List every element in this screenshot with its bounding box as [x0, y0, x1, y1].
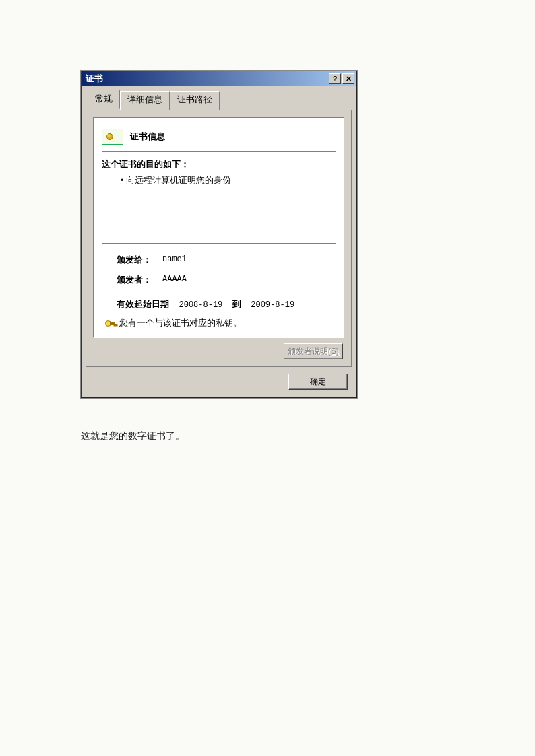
private-key-msg: 您有一个与该证书对应的私钥。 — [119, 317, 242, 329]
tab-panel-general: 证书信息 这个证书的目的如下： • 向远程计算机证明您的身份 颁发给： name… — [86, 110, 352, 367]
certificate-dialog: 证书 ? ✕ 常规 详细信息 证书路径 证书信息 这个证书的目的如下： • 向远… — [81, 71, 357, 398]
cert-info-panel: 证书信息 这个证书的目的如下： • 向远程计算机证明您的身份 颁发给： name… — [93, 117, 344, 338]
tab-details[interactable]: 详细信息 — [120, 91, 170, 110]
close-button[interactable]: ✕ — [342, 73, 354, 84]
valid-to-value: 2009-8-19 — [251, 300, 294, 310]
key-icon — [104, 318, 115, 329]
help-button[interactable]: ? — [329, 73, 341, 84]
purpose-title: 这个证书的目的如下： — [102, 158, 336, 170]
dialog-body: 常规 详细信息 证书路径 证书信息 这个证书的目的如下： • 向远程计算机证明您… — [82, 86, 356, 397]
valid-from-value: 2008-8-19 — [179, 300, 222, 310]
issuer-label: 颁发者： — [117, 274, 162, 286]
purpose-item: • 向远程计算机证明您的身份 — [102, 174, 336, 186]
page-caption: 这就是您的数字证书了。 — [81, 430, 535, 442]
validity-row: 有效起始日期 2008-8-19 到 2009-8-19 — [102, 290, 336, 314]
certificate-icon — [102, 129, 123, 145]
valid-to-label: 到 — [232, 299, 241, 309]
issuer-value: AAAAA — [162, 274, 187, 286]
valid-from-label: 有效起始日期 — [117, 299, 169, 309]
tab-general[interactable]: 常规 — [88, 90, 120, 109]
window-title: 证书 — [86, 73, 327, 85]
issued-to-value: name1 — [162, 254, 187, 266]
tab-strip: 常规 详细信息 证书路径 — [86, 91, 352, 110]
tab-path[interactable]: 证书路径 — [170, 91, 220, 110]
ok-button[interactable]: 确定 — [288, 374, 348, 390]
close-icon: ✕ — [346, 75, 352, 83]
help-icon: ? — [333, 75, 338, 83]
issued-to-label: 颁发给： — [117, 254, 162, 266]
cert-info-title: 证书信息 — [130, 131, 165, 143]
titlebar: 证书 ? ✕ — [82, 71, 356, 86]
issuer-statement-button: 颁发者说明(S) — [284, 343, 343, 359]
